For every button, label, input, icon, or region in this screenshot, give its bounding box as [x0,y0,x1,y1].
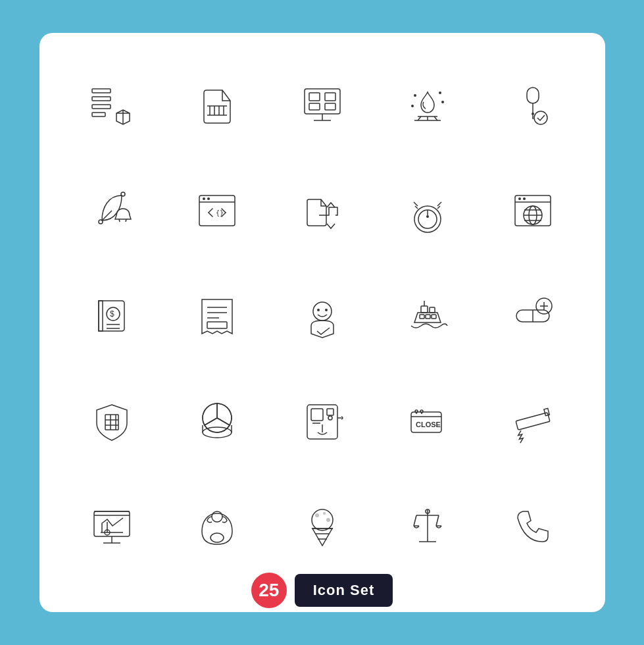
svg-point-23 [439,91,441,94]
svg-point-47 [426,215,429,218]
svg-rect-13 [309,93,320,101]
pill-cross-icon [487,270,579,362]
leaf-bell-icon [66,165,158,257]
security-face-icon [276,270,368,362]
ice-cream-icon [276,480,368,573]
badge-number: 25 [251,573,287,608]
svg-rect-106 [516,413,550,430]
badge-text: Icon Set [295,574,393,607]
svg-rect-15 [309,103,320,110]
svg-point-37 [203,197,205,200]
svg-text:{}: {} [216,209,224,217]
svg-text:$: $ [110,309,114,319]
svg-rect-97 [311,409,323,421]
svg-point-120 [323,512,326,515]
money-book-icon: $ [66,270,158,362]
svg-point-100 [328,416,332,420]
badge-row: 25 Icon Set [251,573,393,608]
svg-line-48 [415,206,418,209]
pie-chart-3d-icon [171,375,263,467]
scales-icon [382,480,474,573]
svg-rect-0 [92,89,111,93]
list-items-icon [66,59,158,151]
svg-rect-98 [327,409,334,415]
svg-rect-73 [421,306,428,313]
svg-rect-14 [325,93,335,101]
svg-rect-2 [92,105,111,109]
svg-point-25 [411,105,414,107]
icon-grid: {} [66,59,579,573]
file-transfer-icon [276,165,368,257]
presentation-icon [66,480,158,573]
svg-point-30 [534,111,547,124]
svg-rect-26 [527,88,539,103]
svg-point-103 [415,410,418,413]
svg-line-33 [119,219,120,222]
svg-rect-77 [426,315,430,319]
campfire-icon [382,59,474,151]
svg-point-115 [211,533,224,542]
plug-check-icon [487,59,579,151]
svg-rect-1 [92,97,111,101]
svg-rect-3 [92,113,105,116]
saw-icon [487,375,579,467]
svg-rect-52 [515,195,551,226]
svg-line-124 [414,515,416,526]
svg-point-31 [99,220,103,224]
svg-rect-74 [430,307,435,313]
sd-card-icon [171,59,263,151]
receipt-icon [171,270,263,362]
coffee-machine-icon [276,375,368,467]
close-tag-icon: CLOSE [382,375,474,467]
svg-rect-61 [99,301,103,331]
svg-rect-78 [432,315,436,319]
bib-icon [171,480,263,573]
svg-rect-69 [207,322,227,328]
svg-point-71 [317,309,320,311]
svg-point-121 [326,518,330,522]
phone-icon [487,480,579,573]
svg-point-28 [532,113,534,115]
svg-point-24 [441,101,444,103]
svg-rect-16 [325,103,335,110]
svg-rect-76 [420,315,424,319]
svg-point-38 [207,197,210,200]
svg-point-55 [523,197,526,200]
browser-globe-icon [487,165,579,257]
monitor-grid-icon [276,59,368,151]
shield-grid-icon [66,375,158,467]
svg-line-49 [437,206,440,209]
svg-point-70 [313,302,332,321]
svg-rect-96 [307,405,337,439]
alarm-bell-icon [382,165,474,257]
svg-line-19 [418,116,421,120]
svg-point-72 [325,309,328,311]
browser-code-icon: {} [171,165,263,257]
svg-point-54 [518,197,521,200]
svg-point-22 [414,94,416,97]
svg-line-126 [436,515,439,526]
svg-point-32 [121,192,125,196]
cargo-ship-icon [382,270,474,362]
svg-line-51 [437,202,441,206]
svg-line-39 [209,209,212,213]
svg-point-119 [315,513,319,517]
svg-point-104 [420,410,423,413]
svg-line-21 [434,116,437,120]
svg-text:CLOSE: CLOSE [416,421,441,428]
svg-line-34 [126,219,126,222]
icon-set-card: {} [39,33,605,612]
svg-line-40 [209,213,212,217]
svg-line-50 [414,202,418,206]
